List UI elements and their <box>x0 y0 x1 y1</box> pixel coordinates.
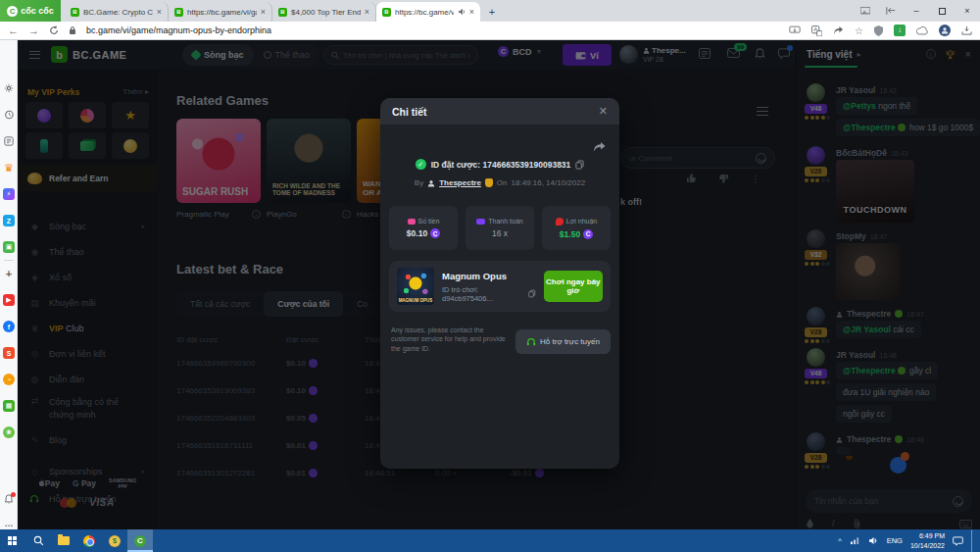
tab-close-icon[interactable]: × <box>365 7 369 17</box>
new-tab-button[interactable]: + <box>484 4 500 20</box>
browser-tab-3[interactable]: B $4,000 Top Tier Endorphina × <box>272 2 376 22</box>
live-support-button[interactable]: Hỗ trợ trực tuyến <box>515 329 611 354</box>
bcgame-favicon: B <box>382 8 391 17</box>
game-name: Magnum Opus <box>442 271 536 281</box>
games-gamepad-icon[interactable]: ▣ <box>3 241 15 253</box>
reload-icon[interactable] <box>49 25 59 35</box>
profit-icon <box>556 218 564 226</box>
tab-close-icon[interactable]: × <box>469 7 474 17</box>
coccoc-taskbar-icon[interactable]: C <box>127 529 153 552</box>
screen: C cốc cốc B BC.Game: Crypto Casino Gan ×… <box>0 0 980 552</box>
tab-title: $4,000 Top Tier Endorphina <box>291 8 361 17</box>
taskbar-clock[interactable]: 6:49 PM 10/14/2022 <box>910 531 945 549</box>
downloads-tray-icon[interactable] <box>961 25 972 35</box>
shield-icon[interactable] <box>874 25 883 36</box>
gift-icon[interactable]: ▦ <box>3 400 15 412</box>
bet-datetime: 18:49:16, 14/10/2022 <box>512 178 586 187</box>
modal-game-card: MAGNUM OPUS Magnum Opus ID trò chơi: d94… <box>389 261 611 312</box>
minimize-button[interactable]: – <box>904 0 929 22</box>
crown-icon[interactable]: ♛ <box>3 162 15 174</box>
back-icon[interactable]: ← <box>8 25 19 36</box>
bet-username[interactable]: Thespectre <box>439 178 481 187</box>
stat-payout: Thanh toán 16 x <box>466 206 534 250</box>
bet-id-value: 1746663539190093831 <box>483 160 571 170</box>
bell-notification-icon[interactable] <box>3 493 15 505</box>
toolbar-actions: A ☆ ↓ <box>789 25 972 36</box>
tab-search-icon[interactable] <box>853 0 878 22</box>
play-now-button[interactable]: Chơi ngay bây giờ <box>544 271 603 302</box>
taskbar-search-icon[interactable] <box>25 529 51 552</box>
modal-header: Chi tiết ✕ <box>380 98 619 125</box>
amount-icon <box>408 219 416 225</box>
youtube-icon[interactable]: ▶ <box>3 294 15 306</box>
tab-title: https://bc.game/vi/game/th <box>187 8 257 17</box>
network-icon[interactable] <box>850 536 860 545</box>
start-button[interactable] <box>0 529 25 552</box>
clock-date: 10/14/2022 <box>910 542 945 549</box>
copy-icon[interactable] <box>528 289 536 298</box>
person-icon <box>427 179 435 187</box>
coccoc-brand[interactable]: C cốc cốc <box>0 0 61 22</box>
game-id: ID trò chơi: d94cb975406... <box>442 285 536 303</box>
browser-tab-1[interactable]: B BC.Game: Crypto Casino Gan × <box>65 2 169 22</box>
translate-icon[interactable]: A <box>811 25 822 36</box>
messenger-icon[interactable]: ⚡ <box>3 188 15 200</box>
tab-audio-icon[interactable] <box>458 8 466 16</box>
leaf-icon[interactable]: ❀ <box>3 427 15 438</box>
browser-tab-2[interactable]: B https://bc.game/vi/game/th × <box>169 2 272 22</box>
update-download-icon[interactable]: ↓ <box>894 25 906 36</box>
browser-tab-4-active[interactable]: B https://bc.game/vi/game × <box>376 2 480 22</box>
money-app-icon[interactable]: $ <box>102 529 127 552</box>
address-bar-url[interactable]: bc.game/vi/game/magnum-opus-by-endorphin… <box>86 25 271 35</box>
copy-icon[interactable] <box>575 160 584 170</box>
tab-title: https://bc.game/vi/game <box>395 8 454 17</box>
rail-more-icon[interactable]: … <box>3 518 15 529</box>
language-indicator[interactable]: ENG <box>887 536 903 545</box>
tab-close-icon[interactable]: × <box>157 7 162 17</box>
bet-by-row: By Thespectre On 18:49:16, 14/10/2022 <box>380 178 619 187</box>
modal-close-icon[interactable]: ✕ <box>599 105 608 118</box>
user-badge-icon <box>485 178 493 187</box>
headset-icon <box>526 337 536 347</box>
game-thumbnail[interactable]: MAGNUM OPUS <box>397 268 434 305</box>
modal-share-icon[interactable] <box>593 141 606 152</box>
browser-toolbar: ← → bc.game/vi/game/magnum-opus-by-endor… <box>0 22 980 40</box>
facebook-icon[interactable]: f <box>3 321 15 332</box>
timer-deal-icon[interactable]: ◔ <box>3 374 15 385</box>
bet-detail-modal: Chi tiết ✕ ✓ ID đặt cược: 17466635391900… <box>380 98 619 469</box>
bcd-coin-icon: C <box>430 228 440 238</box>
maximize-button[interactable] <box>929 0 955 22</box>
verified-check-icon: ✓ <box>416 159 426 170</box>
stat-profit: Lợi nhuận $1.50C <box>542 206 611 250</box>
shopee-icon[interactable]: S <box>3 347 15 359</box>
tab-title: BC.Game: Crypto Casino Gan <box>83 8 153 17</box>
action-center-icon[interactable] <box>953 536 963 546</box>
forward-icon[interactable]: → <box>28 25 39 36</box>
save-page-icon[interactable] <box>789 25 801 35</box>
volume-icon[interactable] <box>868 536 879 545</box>
tray-expand-icon[interactable]: ^ <box>838 536 842 545</box>
close-window-button[interactable]: × <box>955 0 980 22</box>
coccoc-side-rail: ♛ ⚡ Z ▣ + ▶ f S ◔ ▦ ❀ … <box>0 40 18 529</box>
settings-gear-icon[interactable] <box>3 82 15 94</box>
bookmark-star-icon[interactable]: ☆ <box>855 25 863 36</box>
browser-profile-avatar[interactable] <box>939 25 951 36</box>
sync-cloud-icon[interactable] <box>916 26 928 35</box>
add-shortcut-icon[interactable]: + <box>3 268 15 279</box>
modal-title: Chi tiết <box>392 106 427 118</box>
cleaner-icon[interactable] <box>878 0 904 22</box>
tab-close-icon[interactable]: × <box>261 7 266 17</box>
history-icon[interactable] <box>3 109 15 121</box>
lock-icon[interactable] <box>69 25 76 35</box>
zalo-icon[interactable]: Z <box>3 215 15 226</box>
chrome-icon[interactable] <box>76 529 102 552</box>
file-explorer-icon[interactable] <box>51 529 76 552</box>
coccoc-brand-label: cốc cốc <box>21 6 54 16</box>
coccoc-logo-icon: C <box>7 6 18 17</box>
rail-divider <box>4 260 14 261</box>
bcgame-page: b BC.GAME Sòng bạc Thể thao C BCD ▼ Ví <box>18 40 980 529</box>
feed-icon[interactable] <box>3 135 15 147</box>
show-desktop-button[interactable] <box>971 529 974 552</box>
bcgame-favicon: B <box>71 8 79 17</box>
share-icon[interactable] <box>833 25 844 35</box>
